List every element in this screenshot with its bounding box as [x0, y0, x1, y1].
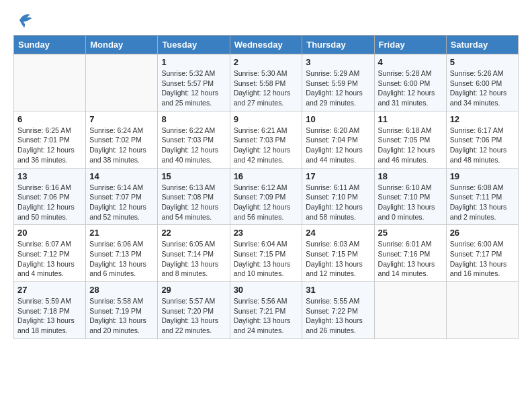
day-number: 26	[450, 228, 515, 238]
header-row: SundayMondayTuesdayWednesdayThursdayFrid…	[14, 36, 519, 54]
day-number: 22	[161, 228, 226, 238]
calendar-table: SundayMondayTuesdayWednesdayThursdayFrid…	[13, 35, 519, 339]
calendar-cell: 31Sunrise: 5:55 AMSunset: 7:22 PMDayligh…	[302, 282, 374, 339]
day-info: Sunrise: 6:16 AMSunset: 7:06 PMDaylight:…	[17, 183, 82, 222]
day-number: 1	[161, 57, 226, 67]
calendar-cell: 16Sunrise: 6:12 AMSunset: 7:09 PMDayligh…	[230, 168, 302, 225]
day-info: Sunrise: 5:26 AMSunset: 6:00 PMDaylight:…	[450, 68, 515, 108]
day-info: Sunrise: 6:10 AMSunset: 7:10 PMDaylight:…	[378, 183, 443, 222]
day-number: 21	[89, 228, 154, 238]
week-row-2: 6Sunrise: 6:25 AMSunset: 7:01 PMDaylight…	[14, 111, 519, 168]
calendar-cell: 23Sunrise: 6:04 AMSunset: 7:15 PMDayligh…	[230, 225, 302, 282]
calendar-cell	[86, 54, 158, 111]
day-info: Sunrise: 6:13 AMSunset: 7:08 PMDaylight:…	[161, 183, 226, 222]
day-number: 27	[17, 285, 82, 295]
column-header-wednesday: Wednesday	[230, 36, 302, 54]
calendar-cell: 11Sunrise: 6:18 AMSunset: 7:05 PMDayligh…	[374, 111, 446, 168]
calendar-cell: 25Sunrise: 6:01 AMSunset: 7:16 PMDayligh…	[374, 225, 446, 282]
day-number: 16	[234, 171, 299, 181]
day-info: Sunrise: 5:29 AMSunset: 5:59 PMDaylight:…	[306, 68, 370, 108]
day-info: Sunrise: 6:07 AMSunset: 7:12 PMDaylight:…	[17, 239, 82, 279]
day-number: 28	[89, 285, 154, 295]
day-info: Sunrise: 5:32 AMSunset: 5:57 PMDaylight:…	[161, 68, 226, 108]
column-header-friday: Friday	[374, 36, 446, 54]
day-info: Sunrise: 6:01 AMSunset: 7:16 PMDaylight:…	[378, 239, 443, 279]
calendar-cell: 22Sunrise: 6:05 AMSunset: 7:14 PMDayligh…	[158, 225, 230, 282]
day-number: 17	[306, 171, 370, 181]
day-info: Sunrise: 5:28 AMSunset: 6:00 PMDaylight:…	[378, 68, 443, 108]
day-info: Sunrise: 6:25 AMSunset: 7:01 PMDaylight:…	[17, 126, 82, 165]
day-info: Sunrise: 6:20 AMSunset: 7:04 PMDaylight:…	[306, 126, 370, 165]
calendar-cell: 17Sunrise: 6:11 AMSunset: 7:10 PMDayligh…	[302, 168, 374, 225]
day-number: 13	[17, 171, 82, 181]
calendar-cell: 21Sunrise: 6:06 AMSunset: 7:13 PMDayligh…	[86, 225, 158, 282]
column-header-tuesday: Tuesday	[158, 36, 230, 54]
week-row-4: 20Sunrise: 6:07 AMSunset: 7:12 PMDayligh…	[14, 225, 519, 282]
logo	[13, 11, 34, 30]
day-info: Sunrise: 6:11 AMSunset: 7:10 PMDaylight:…	[306, 183, 370, 222]
day-number: 4	[378, 57, 443, 67]
day-info: Sunrise: 6:03 AMSunset: 7:15 PMDaylight:…	[306, 239, 370, 279]
calendar-cell: 19Sunrise: 6:08 AMSunset: 7:11 PMDayligh…	[446, 168, 518, 225]
day-number: 24	[306, 228, 370, 238]
calendar-cell: 6Sunrise: 6:25 AMSunset: 7:01 PMDaylight…	[14, 111, 86, 168]
day-info: Sunrise: 6:05 AMSunset: 7:14 PMDaylight:…	[161, 239, 226, 279]
day-info: Sunrise: 6:22 AMSunset: 7:03 PMDaylight:…	[161, 126, 226, 165]
logo-bird-icon	[15, 11, 34, 30]
day-info: Sunrise: 6:18 AMSunset: 7:05 PMDaylight:…	[378, 126, 443, 165]
calendar-cell	[374, 282, 446, 339]
day-info: Sunrise: 6:21 AMSunset: 7:03 PMDaylight:…	[234, 126, 299, 165]
day-number: 3	[306, 57, 370, 67]
day-number: 18	[378, 171, 443, 181]
calendar-cell	[14, 54, 86, 111]
day-info: Sunrise: 6:06 AMSunset: 7:13 PMDaylight:…	[89, 239, 154, 279]
header	[13, 11, 519, 30]
calendar-cell: 15Sunrise: 6:13 AMSunset: 7:08 PMDayligh…	[158, 168, 230, 225]
day-number: 5	[450, 57, 515, 67]
calendar-cell: 27Sunrise: 5:59 AMSunset: 7:18 PMDayligh…	[14, 282, 86, 339]
calendar-cell: 26Sunrise: 6:00 AMSunset: 7:17 PMDayligh…	[446, 225, 518, 282]
day-number: 7	[89, 114, 154, 124]
calendar-cell: 5Sunrise: 5:26 AMSunset: 6:00 PMDaylight…	[446, 54, 518, 111]
day-number: 31	[306, 285, 370, 295]
day-info: Sunrise: 5:56 AMSunset: 7:21 PMDaylight:…	[234, 296, 299, 336]
calendar-cell: 2Sunrise: 5:30 AMSunset: 5:58 PMDaylight…	[230, 54, 302, 111]
week-row-1: 1Sunrise: 5:32 AMSunset: 5:57 PMDaylight…	[14, 54, 519, 111]
calendar-cell: 14Sunrise: 6:14 AMSunset: 7:07 PMDayligh…	[86, 168, 158, 225]
day-info: Sunrise: 5:59 AMSunset: 7:18 PMDaylight:…	[17, 296, 82, 336]
calendar-cell: 20Sunrise: 6:07 AMSunset: 7:12 PMDayligh…	[14, 225, 86, 282]
calendar-cell: 10Sunrise: 6:20 AMSunset: 7:04 PMDayligh…	[302, 111, 374, 168]
day-info: Sunrise: 6:04 AMSunset: 7:15 PMDaylight:…	[234, 239, 299, 279]
day-number: 11	[378, 114, 443, 124]
day-number: 10	[306, 114, 370, 124]
calendar-cell: 18Sunrise: 6:10 AMSunset: 7:10 PMDayligh…	[374, 168, 446, 225]
calendar-cell: 12Sunrise: 6:17 AMSunset: 7:06 PMDayligh…	[446, 111, 518, 168]
calendar-cell: 7Sunrise: 6:24 AMSunset: 7:02 PMDaylight…	[86, 111, 158, 168]
calendar-cell	[446, 282, 518, 339]
day-number: 2	[234, 57, 299, 67]
day-number: 29	[161, 285, 226, 295]
day-number: 6	[17, 114, 82, 124]
week-row-3: 13Sunrise: 6:16 AMSunset: 7:06 PMDayligh…	[14, 168, 519, 225]
calendar-cell: 30Sunrise: 5:56 AMSunset: 7:21 PMDayligh…	[230, 282, 302, 339]
column-header-sunday: Sunday	[14, 36, 86, 54]
week-row-5: 27Sunrise: 5:59 AMSunset: 7:18 PMDayligh…	[14, 282, 519, 339]
day-info: Sunrise: 5:58 AMSunset: 7:19 PMDaylight:…	[89, 296, 154, 336]
calendar-cell: 8Sunrise: 6:22 AMSunset: 7:03 PMDaylight…	[158, 111, 230, 168]
day-info: Sunrise: 5:57 AMSunset: 7:20 PMDaylight:…	[161, 296, 226, 336]
day-info: Sunrise: 6:24 AMSunset: 7:02 PMDaylight:…	[89, 126, 154, 165]
day-info: Sunrise: 5:30 AMSunset: 5:58 PMDaylight:…	[234, 68, 299, 108]
day-number: 8	[161, 114, 226, 124]
calendar-cell: 3Sunrise: 5:29 AMSunset: 5:59 PMDaylight…	[302, 54, 374, 111]
day-number: 20	[17, 228, 82, 238]
calendar-cell: 4Sunrise: 5:28 AMSunset: 6:00 PMDaylight…	[374, 54, 446, 111]
day-number: 25	[378, 228, 443, 238]
day-number: 19	[450, 171, 515, 181]
day-number: 15	[161, 171, 226, 181]
column-header-saturday: Saturday	[446, 36, 518, 54]
column-header-monday: Monday	[86, 36, 158, 54]
day-number: 14	[89, 171, 154, 181]
day-number: 9	[234, 114, 299, 124]
column-header-thursday: Thursday	[302, 36, 374, 54]
day-info: Sunrise: 6:12 AMSunset: 7:09 PMDaylight:…	[234, 183, 299, 222]
